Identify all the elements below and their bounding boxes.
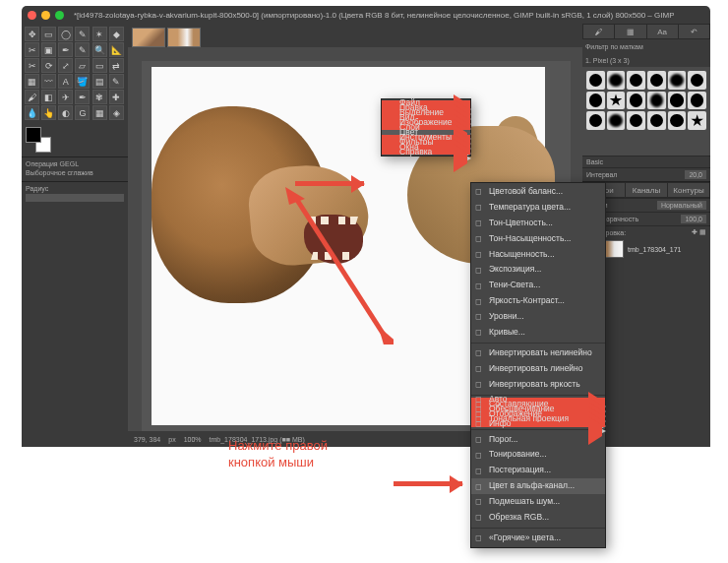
free-select-tool[interactable]: ✎ — [75, 27, 90, 41]
submenu-item[interactable]: ◻Экспозиция... — [471, 262, 605, 278]
history-tab-icon[interactable]: ↶ — [679, 25, 709, 38]
submenu-item[interactable]: ◻Инвертировать линейно — [471, 361, 605, 377]
image-tab-1[interactable] — [132, 28, 165, 47]
channels-tab[interactable]: Каналы — [626, 183, 667, 197]
scissors-tool[interactable]: ✂ — [25, 42, 39, 57]
submenu-item[interactable]: ◻Цветовой баланс... — [471, 184, 605, 200]
ink-tool[interactable]: ✒ — [75, 90, 90, 104]
traffic-lights — [28, 11, 64, 20]
submenu-item[interactable]: ◻Постеризация... — [471, 463, 605, 478]
align-tool[interactable]: ▦ — [92, 105, 107, 120]
fuzzy-select-tool[interactable]: ✶ — [92, 27, 107, 41]
by-color-select-tool[interactable]: ◆ — [109, 27, 124, 41]
annotation-arrow-3 — [394, 481, 462, 486]
unified-transform-tool[interactable]: ◈ — [109, 105, 124, 120]
mode-value[interactable]: Нормальный — [657, 201, 706, 210]
submenu-item[interactable]: ◻Тени-Света... — [471, 278, 605, 293]
brushes-tab-icon[interactable]: 🖌 — [583, 25, 614, 38]
status-coords: 379, 384 — [134, 436, 160, 443]
basic-label[interactable]: Basic — [586, 158, 603, 165]
interval-label: Интервал — [586, 171, 617, 178]
smudge-tool[interactable]: 👆 — [41, 105, 56, 120]
lock-icons[interactable]: ✚ ▦ — [692, 228, 706, 236]
menu-item-help[interactable]: Справка — [382, 150, 470, 155]
svg-marker-2 — [285, 187, 305, 205]
warp-tool[interactable]: 〰 — [41, 74, 56, 89]
scale-tool[interactable]: ⤢ — [58, 58, 73, 73]
color-swatches[interactable] — [22, 123, 128, 156]
cage-tool[interactable]: ▦ — [25, 74, 39, 89]
ellipse-select-tool[interactable]: ◯ — [58, 27, 73, 41]
context-menu-color: ◻Цветовой баланс...◻Температура цвета...… — [470, 182, 606, 548]
dodge-tool[interactable]: ◐ — [58, 105, 73, 120]
image-tabs — [128, 24, 582, 47]
rotate-tool[interactable]: ⟳ — [41, 58, 56, 73]
submenu-item[interactable]: ◻Подмешать шум... — [471, 494, 605, 510]
status-zoom[interactable]: 100% — [184, 436, 202, 443]
flip-tool[interactable]: ⇄ — [109, 58, 124, 73]
interval-value[interactable]: 20,0 — [685, 170, 706, 179]
pencil-tool[interactable]: ✎ — [109, 74, 124, 89]
horizontal-ruler[interactable] — [142, 47, 571, 61]
radius-row: Радиус — [22, 181, 128, 205]
submenu-item[interactable]: ◻Обрезка RGB... — [471, 510, 605, 526]
status-unit[interactable]: px — [168, 436, 175, 443]
submenu-item[interactable]: ◻Температура цвета... — [471, 200, 605, 216]
submenu-item[interactable]: ◻«Горячие» цвета... — [471, 531, 605, 546]
eraser-tool[interactable]: ◧ — [41, 90, 56, 104]
paths-tab[interactable]: Контуры — [668, 183, 709, 197]
airbrush-tool[interactable]: ✈ — [58, 90, 73, 104]
close-window-button[interactable] — [28, 11, 36, 20]
measure-tool[interactable]: 📐 — [109, 42, 124, 57]
image-tab-2[interactable] — [167, 28, 201, 47]
patterns-tab-icon[interactable]: ▦ — [615, 25, 645, 38]
tool-grid: ✥ ▭ ◯ ✎ ✶ ◆ ✂ ▣ ✒ ✎ 🔍 📐 ✂ ⟳ ⤢ ▱ ▭ ⇄ ▦ 〰 — [22, 24, 128, 123]
paths-tool[interactable]: ✒ — [58, 42, 73, 57]
annotation-arrow-2 — [275, 187, 394, 344]
minimize-window-button[interactable] — [41, 11, 50, 20]
brush-picker[interactable] — [582, 67, 710, 156]
color-picker-tool[interactable]: ✎ — [75, 42, 90, 57]
zoom-window-button[interactable] — [55, 11, 64, 20]
fonts-tab-icon[interactable]: Aa — [647, 25, 678, 38]
shear-tool[interactable]: ▱ — [75, 58, 90, 73]
heal-tool[interactable]: ✚ — [109, 90, 124, 104]
fg-color-swatch[interactable] — [26, 127, 41, 143]
submenu-item[interactable]: ◻Цвет в альфа-канал... — [471, 478, 605, 494]
submenu-item[interactable]: ◻Яркость-Контраст... — [471, 293, 605, 309]
filter-label: Фильтр по маткам — [585, 43, 643, 50]
submenu-item[interactable]: ◻Инвертировать яркость — [471, 377, 605, 393]
submenu-item[interactable]: ◻Уровни... — [471, 309, 605, 325]
pattern-label: 1. Pixel (3 x 3) — [585, 57, 630, 64]
blur-tool[interactable]: 💧 — [25, 105, 39, 120]
submenu-item[interactable]: ◻Тонирование... — [471, 447, 605, 463]
perspective-tool[interactable]: ▭ — [92, 58, 107, 73]
zoom-tool[interactable]: 🔍 — [92, 42, 107, 57]
submenu-item[interactable]: ◻Тон-Насыщенность... — [471, 231, 605, 247]
gradient-tool[interactable]: ▤ — [92, 74, 107, 89]
submenu-item[interactable]: ◻Насыщенность... — [471, 247, 605, 263]
gegl-tool[interactable]: G — [75, 105, 90, 120]
text-tool[interactable]: A — [58, 74, 73, 89]
rect-select-tool[interactable]: ▭ — [41, 27, 56, 41]
submenu-item[interactable]: ◻Тон-Цветность... — [471, 216, 605, 231]
toolbox: ✥ ▭ ◯ ✎ ✶ ◆ ✂ ▣ ✒ ✎ 🔍 📐 ✂ ⟳ ⤢ ▱ ▭ ⇄ ▦ 〰 — [22, 24, 128, 447]
selective-smooth-label: Выборочное сглажив — [26, 169, 124, 176]
layer-name[interactable]: tmb_178304_171 — [628, 246, 682, 253]
clone-tool[interactable]: ✾ — [92, 90, 107, 104]
submenu-item[interactable]: ◻Инвертировать нелинейно — [471, 345, 605, 361]
bucket-fill-tool[interactable]: 🪣 — [75, 74, 90, 89]
crop-tool[interactable]: ✂ — [25, 58, 39, 73]
paintbrush-tool[interactable]: 🖌 — [25, 90, 39, 104]
foreground-select-tool[interactable]: ▣ — [41, 42, 56, 57]
radius-slider[interactable] — [26, 194, 124, 202]
gegl-op-label: Операция GEGL — [26, 160, 124, 167]
opacity-value[interactable]: 100,0 — [681, 215, 706, 223]
context-menu-main: ФайлПравкаВыделениеВидИзображениеСлойЦве… — [381, 98, 471, 156]
vertical-ruler[interactable] — [128, 47, 142, 431]
submenu-item[interactable]: ◻Порог... — [471, 432, 605, 448]
radius-label: Радиус — [26, 185, 124, 192]
submenu-item[interactable]: ◻Инфо — [471, 422, 605, 427]
submenu-item[interactable]: ◻Кривые... — [471, 325, 605, 341]
move-tool[interactable]: ✥ — [25, 27, 39, 41]
